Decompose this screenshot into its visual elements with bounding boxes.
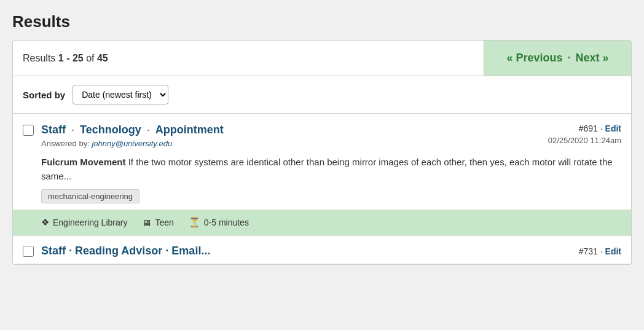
result-2-id-sep: · [598,246,605,256]
result-1-snippet-text: If the two motor systems are identical o… [41,157,613,181]
result-1-id-sep: · [598,124,605,133]
result-1-date: 02/25/2020 11:24am [548,136,621,145]
result-1-time-text: 0-5 minutes [204,218,249,227]
result-1-title-part2: Technology [80,124,141,136]
pagination-box: « Previous · Next » [484,41,631,76]
result-1-tag-mechanical[interactable]: mechanical-engineering [41,189,139,203]
result-1-id: #691 [579,124,598,133]
result-1-edit-link[interactable]: Edit [605,124,621,133]
result-1-answered-email: johnny@university.edu [92,139,172,148]
sort-bar: Sorted by Date (newest first) Date (olde… [13,76,631,114]
result-1-tags: mechanical-engineering [41,189,621,203]
results-of-text: of [84,53,97,63]
sort-label: Sorted by [23,90,65,100]
screen-icon: 🖥 [142,218,151,228]
pagination-separator: · [568,52,571,65]
page-title: Results [12,12,632,31]
result-1-meta-location: ❖ Engineering Library [41,217,127,228]
result-1-checkbox-wrapper [23,125,34,138]
result-1-title-part3: Appointment [155,124,224,136]
result-item-2: Staff · Reading Advisor · Email... #731 … [13,236,631,264]
previous-link[interactable]: « Previous [506,52,562,65]
result-item-1-left: Staff · Technology · Appointment Answere… [23,124,536,148]
result-1-checkbox[interactable] [23,125,34,136]
result-1-snippet: Fulcrum Movement If the two motor system… [41,155,621,183]
results-container: Results 1 - 25 of 45 « Previous · Next »… [12,40,632,265]
results-total: 45 [97,53,108,63]
result-item-1-header: Staff · Technology · Appointment Answere… [23,124,621,148]
result-1-metadata-bar: ❖ Engineering Library 🖥 Teen ⏳ 0-5 minut… [13,210,631,235]
result-1-location-text: Engineering Library [53,218,127,227]
result-1-title-sep2: · [144,124,153,136]
result-1-answered: Answered by: johnny@university.edu [41,139,536,148]
results-count: Results 1 - 25 of 45 [13,41,484,76]
sort-select[interactable]: Date (newest first) Date (oldest first) … [73,85,168,104]
result-1-meta-time: ⏳ 0-5 minutes [189,217,249,228]
result-1-title-sep1: · [68,124,77,136]
result-2-meta-right: #731 · Edit [579,246,621,256]
hourglass-icon: ⏳ [189,217,200,228]
result-1-meta-right: #691 · Edit 02/25/2020 11:24am [548,124,621,145]
result-item-2-header: Staff · Reading Advisor · Email... #731 … [23,245,621,257]
result-item-1: Staff · Technology · Appointment Answere… [13,114,631,236]
results-range: 1 - 25 [58,53,84,63]
result-2-checkbox[interactable] [23,246,34,257]
result-1-audience-text: Teen [155,218,173,227]
next-link[interactable]: Next » [576,52,609,65]
result-2-title-link[interactable]: Staff · Reading Advisor · Email... [41,245,210,257]
result-1-snippet-bold: Fulcrum Movement [41,157,126,167]
result-1-title-link[interactable]: Staff · Technology · Appointment [41,124,224,136]
results-count-text: Results 1 - 25 of 45 [23,53,108,64]
result-2-left: Staff · Reading Advisor · Email... [23,245,210,257]
result-1-title-part1: Staff [41,124,66,136]
result-2-id: #731 [579,246,598,256]
result-2-edit-link[interactable]: Edit [605,246,621,256]
location-icon: ❖ [41,217,49,228]
result-1-meta-audience: 🖥 Teen [142,218,173,228]
result-1-answered-prefix: Answered by: [41,139,92,148]
results-header: Results 1 - 25 of 45 « Previous · Next » [13,41,631,76]
result-1-title-block: Staff · Technology · Appointment Answere… [41,124,536,148]
